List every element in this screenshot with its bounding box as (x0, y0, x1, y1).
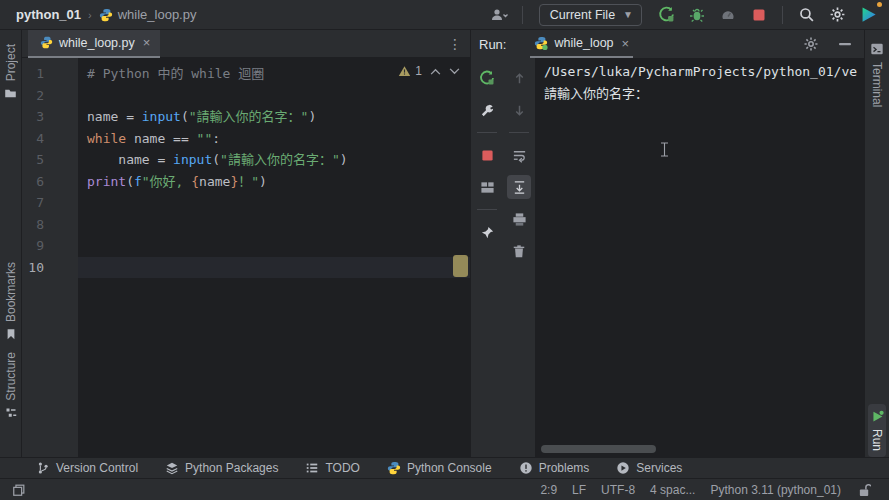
run-tab-label: while_loop (554, 36, 613, 50)
status-widget-line-separator[interactable]: LF (572, 483, 586, 497)
code-line-7 (87, 192, 470, 214)
chevron-down-icon: ▼ (623, 9, 633, 20)
code-area[interactable]: # Python 中的 while 迴圈name = input("請輸入你的名… (78, 58, 470, 457)
print-icon[interactable] (507, 207, 531, 231)
breadcrumb-file-label: while_loop.py (118, 7, 197, 22)
pin-tab-icon[interactable] (475, 220, 499, 244)
code-line-5: name = input("請輸入你的名字：") (87, 149, 470, 171)
code-token: == (173, 131, 196, 146)
close-icon[interactable]: × (143, 35, 151, 50)
code-token: ！" (238, 174, 259, 189)
settings-gear-icon[interactable] (826, 4, 848, 26)
up-stack-trace-icon[interactable] (507, 66, 531, 90)
line-number-6[interactable]: 6 (26, 171, 44, 193)
code-token: input (173, 152, 212, 167)
run-header: Run: while_loop × (471, 30, 864, 58)
editor-tab-while-loop[interactable]: while_loop.py × (28, 30, 160, 58)
line-number-7[interactable]: 7 (26, 192, 44, 214)
code-with-me-user-icon[interactable] (488, 4, 510, 26)
run-configuration-label: Current File (550, 8, 615, 22)
modify-run-configuration-wrench-icon[interactable] (475, 98, 499, 122)
toolwindow-button-label: Problems (539, 461, 590, 475)
toolwindow-button-problems[interactable]: Problems (519, 461, 590, 475)
line-number-9[interactable]: 9 (26, 235, 44, 257)
tool-window-bar: Version ControlPython PackagesTODOPython… (0, 457, 889, 478)
editor-pane: while_loop.py × ⋮ 12345678910 # Python 中… (22, 30, 470, 457)
status-widget-encoding[interactable]: UTF-8 (601, 483, 635, 497)
debug-button[interactable] (686, 4, 708, 26)
console-output[interactable]: /Users/luka/PycharmProjects/python_01/ve… (535, 58, 864, 457)
tool-windows-toggle-icon[interactable] (8, 479, 30, 500)
sidebar-item-label: Terminal (870, 62, 884, 107)
inspection-widget[interactable]: 1 (398, 64, 460, 78)
hide-tool-window-icon[interactable] (834, 33, 856, 55)
line-number-3[interactable]: 3 (26, 106, 44, 128)
run-title: Run: (479, 37, 506, 52)
line-number-1[interactable]: 1 (26, 63, 44, 85)
python-icon (387, 461, 401, 475)
prev-problem-icon[interactable] (430, 68, 441, 75)
line-number-5[interactable]: 5 (26, 149, 44, 171)
next-problem-icon[interactable] (449, 68, 460, 75)
run-tab-while-loop[interactable]: while_loop × (530, 30, 633, 58)
warning-icon (398, 65, 411, 77)
line-number-4[interactable]: 4 (26, 128, 44, 150)
unlock-icon[interactable] (853, 479, 875, 500)
toolwindow-button-services[interactable]: Services (616, 461, 682, 475)
toolbar-separator (782, 6, 783, 24)
status-widget-interpreter[interactable]: Python 3.11 (python_01) (710, 483, 841, 497)
restore-layout-icon[interactable] (475, 175, 499, 199)
toolwindow-button-python-packages[interactable]: Python Packages (165, 461, 278, 475)
stop-button[interactable] (748, 4, 770, 26)
pycharm-logo-icon[interactable] (857, 4, 879, 26)
rerun-button[interactable] (475, 66, 499, 90)
code-token: ( (181, 109, 189, 124)
code-token: while (87, 131, 134, 146)
sidebar-item-terminal[interactable]: Terminal (868, 36, 886, 113)
line-number-8[interactable]: 8 (26, 214, 44, 236)
horizontal-scrollbar[interactable] (541, 445, 656, 453)
toolwindow-button-label: Version Control (56, 461, 138, 475)
run-settings-gear-icon[interactable] (800, 33, 822, 55)
breadcrumb-project[interactable]: python_01 (16, 7, 81, 22)
sidebar-item-bookmarks[interactable]: Bookmarks (2, 256, 20, 346)
scrollbar-warning-marker[interactable] (453, 255, 468, 277)
search-everywhere-icon[interactable] (795, 4, 817, 26)
tab-options-kebab-icon[interactable]: ⋮ (448, 36, 462, 52)
toolwindow-button-version-control[interactable]: Version Control (36, 461, 138, 475)
code-token: = (126, 109, 142, 124)
breadcrumb-file[interactable]: while_loop.py (99, 7, 197, 22)
main-area: Project Bookmarks Structure (0, 30, 889, 457)
code-line-10 (78, 257, 470, 279)
code-token: ) (259, 174, 267, 189)
run-play-icon (871, 410, 884, 423)
status-widget-indent[interactable]: 4 spac... (650, 483, 695, 497)
toolwindow-button-python-console[interactable]: Python Console (387, 461, 492, 475)
editor-gutter[interactable]: 12345678910 (22, 58, 78, 457)
soft-wrap-icon[interactable] (507, 143, 531, 167)
line-number-10[interactable]: 10 (26, 257, 44, 279)
scroll-to-end-icon[interactable] (507, 175, 531, 199)
titlebar-actions: Current File ▼ (488, 4, 879, 26)
code-line-2 (87, 85, 470, 107)
sidebar-item-structure[interactable]: Structure (2, 346, 20, 425)
stop-process-button[interactable] (475, 143, 499, 167)
code-token: "請輸入你的名字：" (189, 109, 309, 124)
profiler-button[interactable] (717, 4, 739, 26)
run-toolbar-console (503, 58, 535, 457)
close-icon[interactable]: × (622, 36, 630, 51)
run-button[interactable] (655, 4, 677, 26)
sidebar-item-project[interactable]: Project (2, 38, 20, 106)
line-number-2[interactable]: 2 (26, 85, 44, 107)
run-configuration-dropdown[interactable]: Current File ▼ (539, 4, 642, 26)
toolbar-divider (477, 132, 497, 133)
run-tool-window: Run: while_loop × (470, 30, 864, 457)
status-widget-cursor-position[interactable]: 2:9 (540, 483, 557, 497)
sidebar-item-label: Bookmarks (4, 262, 18, 322)
sidebar-item-run[interactable]: Run (868, 404, 886, 457)
down-stack-trace-icon[interactable] (507, 98, 531, 122)
pycharm-window: python_01 › while_loop.py Current File ▼ (0, 0, 889, 500)
clear-console-trash-icon[interactable] (507, 239, 531, 263)
folder-icon (4, 87, 17, 100)
toolwindow-button-todo[interactable]: TODO (305, 461, 359, 475)
